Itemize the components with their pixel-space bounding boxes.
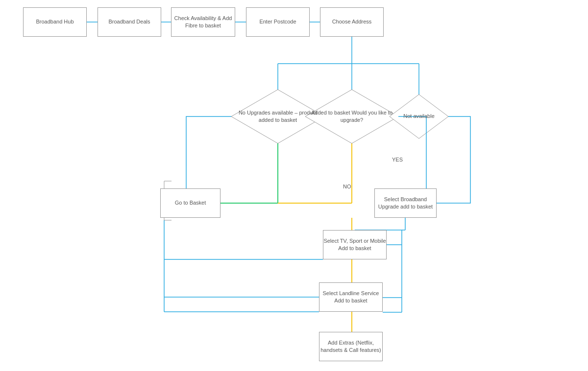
not-available-diamond-label: Not available	[390, 104, 448, 129]
select-tv-box: Select TV, Sport or Mobile Add to basket	[323, 230, 387, 259]
select-broadband-box: Select Broadband Upgrade add to basket	[374, 188, 437, 218]
add-extras-box: Add Extras (Netflix, handsets & Call fea…	[319, 332, 383, 361]
flowchart-svg: YES NO	[0, 0, 588, 371]
select-landline-box: Select Landline Service Add to basket	[319, 282, 383, 312]
svg-text:YES: YES	[392, 157, 403, 162]
broadband-deals-box: Broadband Deals	[98, 7, 161, 37]
diagram-container: YES NO	[0, 0, 588, 371]
broadband-hub-box: Broadband Hub	[23, 7, 87, 37]
check-availability-box: Check Availability & Add Fibre to basket	[171, 7, 235, 37]
added-to-basket-diamond-label: Added to basket Would you like to upgrad…	[305, 103, 398, 130]
choose-address-box: Choose Address	[320, 7, 384, 37]
go-to-basket-box: Go to Basket	[160, 188, 220, 218]
enter-postcode-box: Enter Postcode	[246, 7, 310, 37]
svg-text:NO: NO	[343, 184, 351, 189]
